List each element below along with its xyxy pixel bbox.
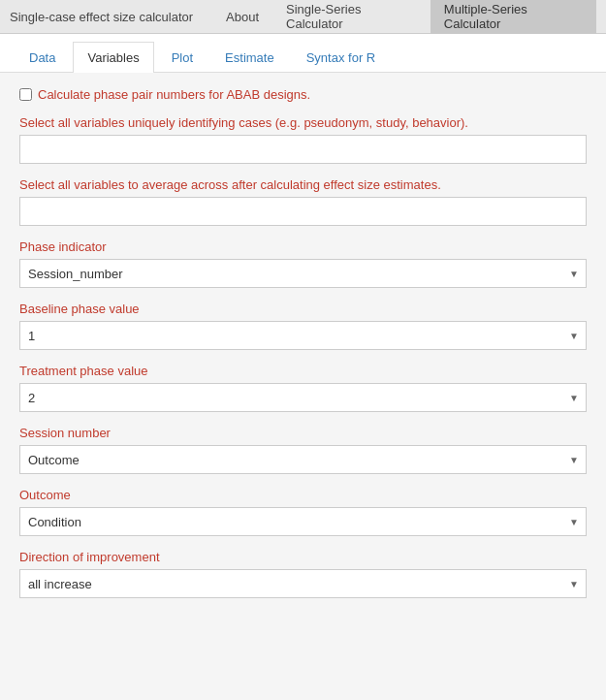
field2-label: Select all variables to average across a… — [19, 177, 587, 192]
phase-indicator-wrapper: Session_number Phase Condition ▼ — [19, 259, 587, 288]
abab-checkbox-label: Calculate phase pair numbers for ABAB de… — [38, 87, 310, 102]
treatment-group: Treatment phase value 1 2 A B ▼ — [19, 364, 587, 412]
checkbox-row: Calculate phase pair numbers for ABAB de… — [19, 87, 587, 102]
baseline-wrapper: 1 2 A B ▼ — [19, 321, 587, 350]
direction-label: Direction of improvement — [19, 550, 587, 564]
session-select[interactable]: Outcome Session Session_number — [19, 445, 587, 474]
session-wrapper: Outcome Session Session_number ▼ — [19, 445, 587, 474]
baseline-select[interactable]: 1 2 A B — [19, 321, 587, 350]
main-content: Calculate phase pair numbers for ABAB de… — [0, 73, 606, 626]
direction-group: Direction of improvement all increase al… — [19, 550, 587, 598]
field2-input[interactable] — [19, 197, 587, 226]
outcome-wrapper: Condition Outcome Score ▼ — [19, 507, 587, 536]
field1-input[interactable] — [19, 135, 587, 164]
top-nav: Single-case effect size calculator About… — [0, 0, 606, 34]
tab-plot[interactable]: Plot — [157, 42, 207, 73]
field2-group: Select all variables to average across a… — [19, 177, 587, 226]
tab-variables[interactable]: Variables — [73, 42, 153, 73]
nav-multiple-series[interactable]: Multiple-Series Calculator — [431, 0, 596, 34]
treatment-select[interactable]: 1 2 A B — [19, 383, 587, 412]
tab-bar: Data Variables Plot Estimate Syntax for … — [0, 34, 606, 73]
nav-about[interactable]: About — [212, 0, 272, 34]
direction-wrapper: all increase all decrease mixed ▼ — [19, 569, 587, 598]
app-title: Single-case effect size calculator — [10, 10, 193, 24]
baseline-group: Baseline phase value 1 2 A B ▼ — [19, 302, 587, 350]
outcome-select[interactable]: Condition Outcome Score — [19, 507, 587, 536]
phase-indicator-select[interactable]: Session_number Phase Condition — [19, 259, 587, 288]
phase-indicator-group: Phase indicator Session_number Phase Con… — [19, 239, 587, 288]
treatment-wrapper: 1 2 A B ▼ — [19, 383, 587, 412]
field1-group: Select all variables uniquely identifyin… — [19, 115, 587, 164]
outcome-group: Outcome Condition Outcome Score ▼ — [19, 488, 587, 536]
nav-single-series[interactable]: Single-Series Calculator — [272, 0, 431, 34]
tab-estimate[interactable]: Estimate — [210, 42, 289, 73]
session-label: Session number — [19, 426, 587, 440]
session-group: Session number Outcome Session Session_n… — [19, 426, 587, 474]
abab-checkbox[interactable] — [19, 88, 32, 101]
field1-label: Select all variables uniquely identifyin… — [19, 115, 587, 130]
top-nav-links: About Single-Series Calculator Multiple-… — [212, 0, 596, 34]
tab-data[interactable]: Data — [15, 42, 70, 73]
treatment-label: Treatment phase value — [19, 364, 587, 378]
outcome-label: Outcome — [19, 488, 587, 502]
tab-syntax-r[interactable]: Syntax for R — [292, 42, 391, 73]
phase-indicator-label: Phase indicator — [19, 239, 587, 254]
baseline-label: Baseline phase value — [19, 302, 587, 316]
direction-select[interactable]: all increase all decrease mixed — [19, 569, 587, 598]
